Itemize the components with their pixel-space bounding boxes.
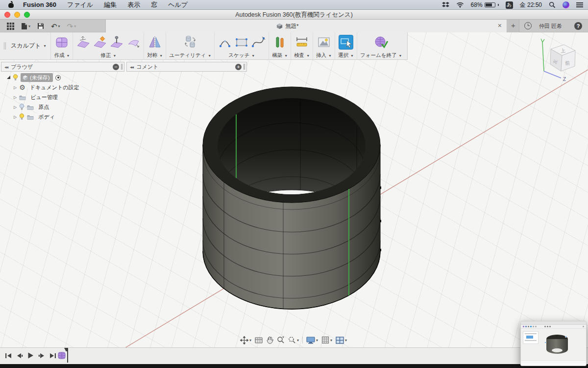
orbit-caret-icon[interactable]: ▾	[249, 338, 251, 342]
dropbox-icon[interactable]	[442, 1, 449, 8]
browser-row-origin[interactable]: ▷ 原点	[1, 102, 124, 112]
select-tool-icon[interactable]	[339, 35, 353, 52]
new-file-button[interactable]: ▾	[21, 23, 30, 30]
document-tab[interactable]: 無題* ×	[105, 20, 507, 32]
toolbar-drag-handle[interactable]	[4, 42, 6, 50]
apple-menu-icon[interactable]	[8, 1, 14, 8]
notification-center-icon[interactable]	[576, 2, 583, 7]
timeline-step-back-button[interactable]	[16, 352, 23, 361]
sketch-spline-icon[interactable]	[251, 35, 266, 52]
collapsed-arrow-icon[interactable]: ▷	[14, 105, 17, 109]
help-icon[interactable]: ?	[574, 22, 582, 30]
symmetry-icon[interactable]	[147, 35, 162, 52]
timeline-go-to-start-button[interactable]	[5, 352, 12, 361]
sketch-rectangle-icon[interactable]	[234, 35, 249, 52]
look-at-button[interactable]	[255, 337, 263, 344]
screenshot-thumbnail[interactable]	[520, 321, 587, 366]
crease-icon[interactable]	[126, 35, 141, 52]
modify-group-label[interactable]: 修正▼	[100, 52, 116, 59]
menu-window[interactable]: 窓	[151, 0, 157, 9]
viewports-caret-icon[interactable]: ▾	[345, 338, 347, 342]
document-node-selected[interactable]: (未保存)	[21, 73, 53, 82]
active-component-radio[interactable]	[55, 75, 61, 80]
comment-panel-grip[interactable]	[244, 64, 245, 70]
grid-settings-button[interactable]: ▾	[321, 336, 332, 344]
bulb-off-icon[interactable]	[19, 104, 24, 110]
redo-button[interactable]: ↷ ▾	[67, 23, 76, 30]
tube-body[interactable]	[203, 87, 381, 309]
finish-form-group-label[interactable]: フォームを終了▼	[360, 52, 402, 59]
display-settings-button[interactable]: ▾	[306, 336, 318, 344]
insert-image-icon[interactable]	[317, 35, 331, 52]
timeline-playhead[interactable]	[67, 349, 68, 363]
menubar-app-name[interactable]: Fusion 360	[23, 1, 56, 8]
menu-help[interactable]: ヘルプ	[168, 0, 188, 9]
viewport[interactable]: Z 上 左 前 スカルプト ▾ 作成▼	[0, 32, 588, 347]
create-form-icon[interactable]	[54, 35, 69, 52]
undo-caret-icon[interactable]: ▾	[58, 24, 60, 28]
insert-group-label[interactable]: 挿入▼	[316, 52, 332, 59]
battery-indicator[interactable]: 68%	[471, 1, 499, 8]
zoom-button[interactable]	[277, 336, 285, 344]
recent-versions-clock-icon[interactable]	[524, 22, 532, 29]
display-settings-caret-icon[interactable]: ▾	[316, 338, 318, 342]
browser-row-document-settings[interactable]: ▷ ⚙ ドキュメントの設定	[1, 82, 124, 92]
inspect-group-label[interactable]: 検査▼	[294, 52, 310, 59]
browser-panel-header[interactable]: ◀◀ ブラウザ −	[1, 62, 124, 72]
menu-view[interactable]: 表示	[127, 0, 140, 9]
menu-edit[interactable]: 編集	[104, 0, 117, 9]
pan-button[interactable]	[266, 336, 273, 344]
spotlight-icon[interactable]	[549, 1, 556, 8]
browser-collapse-all-icon[interactable]: −	[113, 64, 119, 70]
bulb-on-icon[interactable]	[13, 74, 18, 81]
zoom-window-button[interactable]: ▾	[288, 336, 299, 344]
user-name[interactable]: 仲田 匠希	[539, 20, 562, 32]
collapsed-arrow-icon[interactable]: ▷	[14, 95, 17, 100]
redo-caret-icon[interactable]: ▾	[74, 24, 76, 28]
timeline-go-to-end-button[interactable]	[49, 352, 56, 361]
add-comment-icon[interactable]: +	[235, 64, 242, 70]
finish-form-icon[interactable]	[374, 35, 389, 52]
edit-form-sun-icon[interactable]	[93, 35, 107, 52]
bulb-on-icon[interactable]	[19, 113, 24, 120]
construct-group-label[interactable]: 構築▼	[272, 52, 288, 59]
siri-icon[interactable]	[563, 1, 569, 8]
utilities-group-label[interactable]: ユーティリティ▼	[169, 52, 211, 59]
construct-icon[interactable]	[272, 35, 287, 52]
collapse-panel-icon[interactable]: ◀◀	[4, 65, 8, 69]
menu-file[interactable]: ファイル	[67, 0, 93, 9]
viewports-button[interactable]: ▾	[336, 337, 347, 344]
save-button[interactable]	[37, 23, 44, 29]
browser-row-named-views[interactable]: ▷ ビュー管理	[1, 92, 124, 102]
symmetry-group-label[interactable]: 対称▼	[147, 52, 163, 59]
wifi-icon[interactable]	[456, 2, 464, 8]
inspect-measure-icon[interactable]	[294, 35, 309, 52]
collapsed-arrow-icon[interactable]: ▷	[14, 115, 17, 119]
tab-close-icon[interactable]: ×	[498, 20, 502, 32]
sketch-group-label[interactable]: スケッチ▼	[228, 52, 255, 59]
timeline-step-forward-button[interactable]	[38, 352, 45, 361]
zoom-window-caret-icon[interactable]: ▾	[297, 338, 299, 342]
menubar-clock[interactable]: 金 22:50	[520, 1, 542, 9]
comment-panel-header[interactable]: ◀◀ コメント +	[126, 62, 247, 72]
browser-row-bodies[interactable]: ▷ ボディ	[1, 112, 124, 122]
grid-settings-caret-icon[interactable]: ▾	[330, 338, 332, 342]
new-tab-button[interactable]: +	[508, 20, 519, 32]
orbit-button[interactable]: ▾	[240, 336, 251, 344]
utilities-icon[interactable]	[183, 35, 197, 52]
sketch-arc-icon[interactable]	[218, 35, 232, 52]
ime-input-icon[interactable]: あ	[506, 1, 513, 9]
expanded-arrow-icon[interactable]	[7, 76, 10, 79]
workspace-selector[interactable]: スカルプト ▾	[8, 32, 51, 59]
flatten-icon[interactable]	[109, 35, 124, 52]
undo-button[interactable]: ↶ ▾	[51, 23, 60, 30]
edit-form-icon[interactable]	[76, 35, 91, 52]
viewcube[interactable]: Z 上 左 前	[541, 39, 575, 82]
new-file-caret-icon[interactable]: ▾	[28, 24, 30, 28]
collapsed-arrow-icon[interactable]: ▷	[14, 85, 17, 90]
browser-row-document[interactable]: (未保存)	[1, 73, 124, 82]
timeline-play-button[interactable]	[27, 352, 34, 361]
create-group-label[interactable]: 作成▼	[54, 52, 70, 59]
select-group-label[interactable]: 選択▼	[338, 52, 354, 59]
app-grid-icon[interactable]	[7, 23, 14, 30]
